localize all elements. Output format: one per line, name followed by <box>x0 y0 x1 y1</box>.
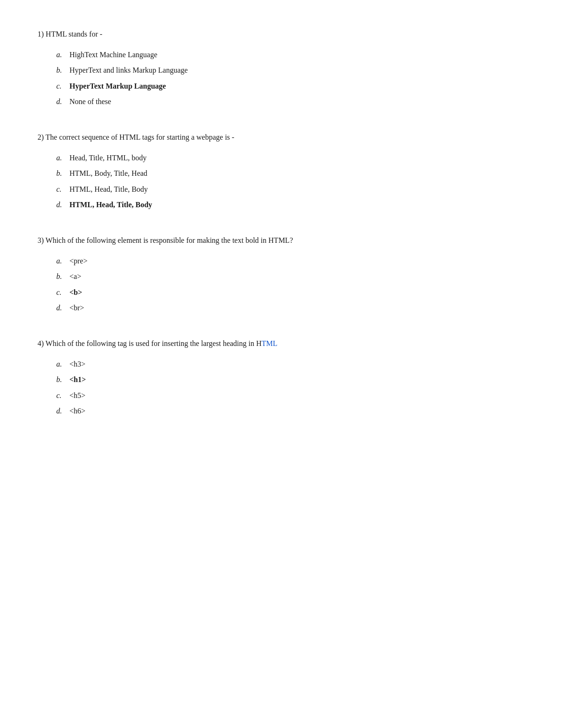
option-label-q3-4: d. <box>56 302 66 314</box>
option-item-q1-4: d.None of these <box>56 96 525 108</box>
question-block-4: 4) Which of the following tag is used fo… <box>38 338 525 417</box>
options-list-3: a.<pre>b.<a>c.<b>d.<br> <box>38 255 525 314</box>
option-item-q3-2: b.<a> <box>56 270 525 283</box>
question-block-1: 1) HTML stands for -a.HighText Machine L… <box>38 28 525 108</box>
option-item-q1-3: c.HyperText Markup Language <box>56 80 525 92</box>
options-list-4: a.<h3>b.<h1>c.<h5>d.<h6> <box>38 358 525 417</box>
option-label-q4-1: a. <box>56 358 66 370</box>
option-text-q3-2: <a> <box>69 270 81 283</box>
option-label-q1-1: a. <box>56 49 66 61</box>
option-text-q4-4: <h6> <box>69 405 85 417</box>
question-text-2: 2) The correct sequence of HTML tags for… <box>38 131 525 143</box>
option-label-q4-2: b. <box>56 374 66 386</box>
option-text-q4-1: <h3> <box>69 358 85 370</box>
question-block-3: 3) Which of the following element is res… <box>38 234 525 314</box>
option-item-q1-2: b.HyperText and links Markup Language <box>56 64 525 76</box>
option-item-q3-4: d.<br> <box>56 302 525 314</box>
option-item-q4-1: a.<h3> <box>56 358 525 370</box>
option-item-q4-4: d.<h6> <box>56 405 525 417</box>
question-text-4: 4) Which of the following tag is used fo… <box>38 338 525 350</box>
options-list-2: a.Head, Title, HTML, bodyb.HTML, Body, T… <box>38 152 525 211</box>
option-text-q2-4: HTML, Head, Title, Body <box>69 199 152 211</box>
option-text-q2-2: HTML, Body, Title, Head <box>69 167 147 180</box>
option-label-q2-1: a. <box>56 152 66 164</box>
option-item-q2-2: b.HTML, Body, Title, Head <box>56 167 525 180</box>
quiz-container: 1) HTML stands for -a.HighText Machine L… <box>38 28 525 417</box>
option-text-q1-2: HyperText and links Markup Language <box>69 64 188 76</box>
option-text-q4-2: <h1> <box>69 374 86 386</box>
option-text-q3-4: <br> <box>69 302 84 314</box>
option-label-q4-3: c. <box>56 390 66 402</box>
option-label-q1-3: c. <box>56 80 66 92</box>
option-text-q1-1: HighText Machine Language <box>69 49 157 61</box>
option-label-q3-3: c. <box>56 286 66 299</box>
option-text-q4-3: <h5> <box>69 390 85 402</box>
option-text-q3-3: <b> <box>69 286 82 299</box>
option-label-q1-2: b. <box>56 64 66 76</box>
option-text-q2-1: Head, Title, HTML, body <box>69 152 146 164</box>
option-text-q3-1: <pre> <box>69 255 87 267</box>
option-item-q4-2: b.<h1> <box>56 374 525 386</box>
option-text-q1-3: HyperText Markup Language <box>69 80 166 92</box>
question-text-3: 3) Which of the following element is res… <box>38 234 525 247</box>
option-label-q2-3: c. <box>56 183 66 195</box>
options-list-1: a.HighText Machine Languageb.HyperText a… <box>38 49 525 108</box>
html-link[interactable]: TML <box>262 339 278 347</box>
option-label-q1-4: d. <box>56 96 66 108</box>
option-label-q4-4: d. <box>56 405 66 417</box>
option-label-q2-2: b. <box>56 167 66 180</box>
option-item-q2-3: c.HTML, Head, Title, Body <box>56 183 525 195</box>
question-block-2: 2) The correct sequence of HTML tags for… <box>38 131 525 211</box>
option-item-q3-3: c.<b> <box>56 286 525 299</box>
option-item-q2-4: d.HTML, Head, Title, Body <box>56 199 525 211</box>
option-text-q2-3: HTML, Head, Title, Body <box>69 183 148 195</box>
option-item-q2-1: a.Head, Title, HTML, body <box>56 152 525 164</box>
option-text-q1-4: None of these <box>69 96 111 108</box>
option-item-q3-1: a.<pre> <box>56 255 525 267</box>
option-label-q3-1: a. <box>56 255 66 267</box>
option-label-q2-4: d. <box>56 199 66 211</box>
question-text-1: 1) HTML stands for - <box>38 28 525 40</box>
option-item-q1-1: a.HighText Machine Language <box>56 49 525 61</box>
option-label-q3-2: b. <box>56 270 66 283</box>
option-item-q4-3: c.<h5> <box>56 390 525 402</box>
